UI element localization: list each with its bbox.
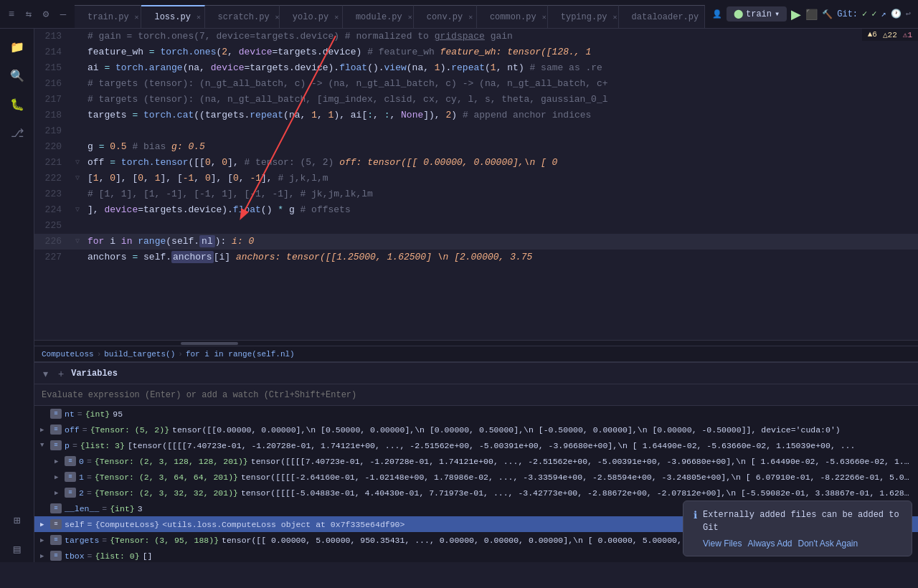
tab-common[interactable]: common.py ✕ <box>477 5 548 28</box>
breadcrumb-for-loop[interactable]: for i in range(self.nl) <box>186 350 295 359</box>
sidebar-icon-table[interactable]: ▤ <box>4 536 30 562</box>
line-gutter: ▽ <box>70 234 85 250</box>
sidebar-icon-files[interactable]: 📁 <box>4 34 30 60</box>
fold-arrow-226[interactable]: ▽ <box>75 234 80 250</box>
eval-input[interactable] <box>42 390 911 400</box>
scrollbar-thumb[interactable] <box>181 342 238 345</box>
build-button[interactable]: 🔨 <box>822 9 833 19</box>
line-content <box>85 123 918 139</box>
line-number: 214 <box>34 44 70 60</box>
tab-scratch[interactable]: scratch.py ✕ <box>205 5 280 28</box>
line-gutter: ▽ <box>70 171 85 186</box>
close-tab-conv[interactable]: ✕ <box>468 13 473 22</box>
var-type-icon: ≡ <box>50 503 62 513</box>
fold-arrow-224[interactable]: ▽ <box>75 202 80 218</box>
code-line-222: 222 ▽ [1, 0], [0, 1], [-1, 0], [0, -1], … <box>34 171 918 186</box>
view-files-btn[interactable]: View Files <box>703 539 742 549</box>
branch-icon: ⬤ <box>734 9 743 19</box>
menu-icon[interactable]: ≡ <box>4 7 19 22</box>
line-gutter <box>70 76 85 92</box>
sidebar-icon-git[interactable]: ⎇ <box>4 120 30 146</box>
swap-icon[interactable]: ⇆ <box>22 7 36 22</box>
sidebar-icon-debug[interactable]: 🐛 <box>4 92 30 118</box>
code-line-225: 225 <box>34 218 918 234</box>
line-content: # targets (tensor): (na, n_gt_all_batch,… <box>85 92 918 108</box>
tab-conv[interactable]: conv.py ✕ <box>414 5 477 28</box>
close-tab-typing[interactable]: ✕ <box>613 13 617 22</box>
var-name: p <box>65 441 70 450</box>
chevron-down-icon: ▾ <box>775 9 780 19</box>
tab-label-train: train.py <box>87 12 129 22</box>
close-tab-train[interactable]: ✕ <box>135 13 139 22</box>
line-gutter: ▽ <box>70 155 85 171</box>
tab-train[interactable]: train.py ✕ <box>75 5 141 28</box>
main-layout: 📁 🔍 🐛 ⎇ ⊞ ▤ ▲6 △22 ⚠1 <box>0 29 918 562</box>
sidebar-icon-search[interactable]: 🔍 <box>4 63 30 89</box>
breadcrumb-sep2: › <box>178 350 183 359</box>
line-content: ai = torch.arange(na, device=targets.dev… <box>85 60 918 76</box>
sidebar-icon-layout[interactable]: ⊞ <box>4 508 30 534</box>
var-name: 1 <box>79 473 84 482</box>
toolbar-left: ≡ ⇆ ⚙ — <box>0 7 75 22</box>
var-type: {list: 3} <box>80 441 125 450</box>
stop-button[interactable]: ⬛ <box>805 9 818 20</box>
var-type-icon: ≡ <box>50 440 62 450</box>
line-content: [1, 0], [0, 1], [-1, 0], [0, -1], # j,k,… <box>85 171 918 186</box>
line-number: 226 <box>34 234 70 250</box>
code-line-223: 223 # [1, 1], [1, -1], [-1, 1], [-1, -1]… <box>34 186 918 202</box>
close-tab-module[interactable]: ✕ <box>408 13 412 22</box>
dont-ask-btn[interactable]: Don't Ask Again <box>798 539 858 549</box>
expand-icon: ▼ <box>40 442 50 449</box>
var-row-p1[interactable]: ▶ ≡ 1 = {Tensor: (2, 3, 64, 64, 201)} te… <box>34 469 918 485</box>
var-type-icon: ≡ <box>50 535 62 545</box>
var-name: self <box>65 520 85 529</box>
var-row-p2[interactable]: ▶ ≡ 2 = {Tensor: (2, 3, 32, 32, 201)} te… <box>34 485 918 501</box>
breadcrumb-computeloss[interactable]: ComputeLoss <box>42 350 94 359</box>
var-equals: = <box>102 536 107 545</box>
line-gutter <box>70 250 85 265</box>
var-name: 2 <box>79 488 84 498</box>
var-row-off[interactable]: ▶ ≡ off = {Tensor: (5, 2)} tensor([[0.00… <box>34 422 918 437</box>
tab-dataloader[interactable]: dataloader.py ✕ <box>619 5 705 28</box>
tab-typing[interactable]: typing.py ✕ <box>548 5 619 28</box>
expand-icon: ▶ <box>55 457 65 465</box>
gear-icon[interactable]: ⚙ <box>39 7 53 22</box>
var-value: tensor([[[[7.40723e-01, -1.20728e-01, 1.… <box>251 457 912 466</box>
var-row-p[interactable]: ▼ ≡ p = {list: 3} [tensor([[[[7.40723e-0… <box>34 437 918 453</box>
code-line-217: 217 # targets (tensor): (na, n_gt_all_ba… <box>34 92 918 108</box>
var-equals: = <box>87 457 92 466</box>
var-type: {Tensor: (3, 95, 188)} <box>110 536 219 545</box>
code-line-219: 219 <box>34 123 918 139</box>
close-tab-yolo[interactable]: ✕ <box>334 13 339 22</box>
var-type-icon: ≡ <box>50 551 62 561</box>
fold-arrow-222[interactable]: ▽ <box>75 171 80 186</box>
branch-button[interactable]: ⬤ train ▾ <box>727 6 787 22</box>
tab-module[interactable]: module.py ✕ <box>343 5 414 28</box>
git-notification: ℹ Externally added files can be added to… <box>683 501 912 556</box>
always-add-btn[interactable]: Always Add <box>747 539 792 549</box>
tab-loss[interactable]: loss.py ✕ <box>141 5 204 28</box>
var-type-icon: ≡ <box>50 425 62 435</box>
horizontal-scrollbar[interactable] <box>34 340 918 346</box>
close-tab-loss[interactable]: ✕ <box>197 13 201 22</box>
tab-yolo[interactable]: yolo.py ✕ <box>280 5 343 28</box>
var-type: {Tensor: (2, 3, 128, 128, 201)} <box>95 457 248 466</box>
breadcrumb-build-targets[interactable]: build_targets() <box>104 350 175 359</box>
debug-collapse-btn[interactable]: ▾ <box>40 366 51 381</box>
var-row-nt[interactable]: ≡ nt = {int} 95 <box>34 406 918 422</box>
fold-arrow-221[interactable]: ▽ <box>75 155 80 171</box>
var-equals: = <box>82 425 87 435</box>
code-editor[interactable]: ▲6 △22 ⚠1 213 # <box>34 29 918 346</box>
var-row-p0[interactable]: ▶ ≡ 0 = {Tensor: (2, 3, 128, 128, 201)} … <box>34 453 918 469</box>
var-name: targets <box>65 536 99 545</box>
run-button[interactable]: ▶ <box>791 6 801 22</box>
warning-count2: △22 <box>883 30 897 39</box>
line-content: feature_wh = torch.ones(2, device=target… <box>85 44 918 60</box>
code-line-221: 221 ▽ off = torch.tensor([[0, 0], # tens… <box>34 155 918 171</box>
close-tab-scratch[interactable]: ✕ <box>275 13 280 22</box>
var-type: {ComputeLoss} <box>95 520 160 529</box>
debug-add-btn[interactable]: + <box>55 366 67 381</box>
minimize-icon[interactable]: — <box>56 7 70 22</box>
git-notif-message: Externally added files can be added to G… <box>703 510 899 533</box>
close-tab-common[interactable]: ✕ <box>542 13 546 22</box>
